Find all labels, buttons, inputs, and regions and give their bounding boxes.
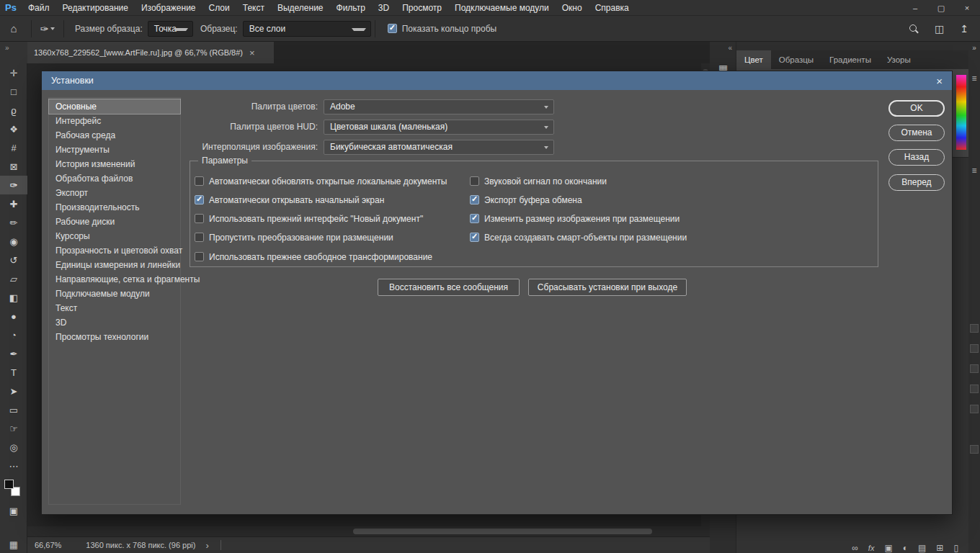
next-button[interactable]: Вперед xyxy=(888,174,945,191)
pref-file-handling[interactable]: Обработка файлов xyxy=(49,171,180,186)
collapsed-panel-icon[interactable] xyxy=(970,405,979,413)
pref-export[interactable]: Экспорт xyxy=(49,186,180,200)
tab-color[interactable]: Цвет xyxy=(736,50,771,69)
pref-transparency-gamut[interactable]: Прозрачность и цветовой охват xyxy=(49,243,180,258)
edit-toolbar-icon[interactable]: ⋯ xyxy=(0,457,27,475)
quick-selection-tool[interactable]: ❖ xyxy=(0,120,27,138)
tab-gradients[interactable]: Градиенты xyxy=(821,50,879,69)
collapsed-panel-icon[interactable] xyxy=(970,364,979,373)
crop-tool[interactable]: # xyxy=(0,138,27,157)
current-tool-icon[interactable]: ✑ xyxy=(35,23,60,35)
panel-menu-icon[interactable]: ≡ xyxy=(968,73,980,84)
show-sampling-ring-checkbox[interactable] xyxy=(388,24,397,33)
pref-guides-grid-slices[interactable]: Направляющие, сетка и фрагменты xyxy=(49,272,180,287)
dodge-tool[interactable]: ◔ xyxy=(0,325,27,344)
type-tool[interactable]: T xyxy=(0,363,27,382)
reset-preferences-button[interactable]: Сбрасывать установки при выходе xyxy=(528,279,687,296)
ok-button[interactable]: OK xyxy=(888,100,945,117)
pref-plugins[interactable]: Подключаемые модули xyxy=(49,287,180,301)
pref-type[interactable]: Текст xyxy=(49,301,180,315)
color-swatches[interactable] xyxy=(0,477,27,501)
menu-3d[interactable]: 3D xyxy=(372,0,396,16)
image-interpolation-dropdown[interactable]: Бикубическая автоматическая xyxy=(324,140,554,155)
pref-history-log[interactable]: История изменений xyxy=(49,157,180,171)
menu-layers[interactable]: Слои xyxy=(202,0,236,16)
clone-stamp-tool[interactable]: ◉ xyxy=(0,232,27,251)
tab-close-icon[interactable]: × xyxy=(249,48,255,58)
cb-legacy-new-doc[interactable] xyxy=(195,214,204,223)
panel-menu-icon[interactable]: ≡ xyxy=(968,166,980,176)
cb-legacy-free-transform[interactable] xyxy=(195,252,204,261)
hud-color-picker-dropdown[interactable]: Цветовая шкала (маленькая) xyxy=(324,120,554,135)
cb-auto-update-docs[interactable] xyxy=(195,176,204,186)
quick-mask-icon[interactable]: ▣ xyxy=(0,501,27,520)
toolbar-collapse[interactable]: » xyxy=(0,42,27,63)
move-tool[interactable]: ✛ xyxy=(0,63,27,82)
color-picker-dropdown[interactable]: Adobe xyxy=(324,99,554,114)
menu-image[interactable]: Изображение xyxy=(135,0,202,16)
menu-select[interactable]: Выделение xyxy=(271,0,330,16)
menu-type[interactable]: Текст xyxy=(236,0,271,16)
dialog-title-bar[interactable]: Установки × xyxy=(42,71,952,90)
status-chevron-icon[interactable]: › xyxy=(205,540,208,551)
sample-size-dropdown[interactable]: Точка xyxy=(148,21,193,37)
search-icon[interactable] xyxy=(909,24,919,34)
path-selection-tool[interactable]: ➤ xyxy=(0,382,27,400)
cb-skip-transform-on-place[interactable] xyxy=(195,233,204,242)
color-spectrum-ramp[interactable] xyxy=(956,75,966,150)
pref-units-rulers[interactable]: Единицы измерения и линейки xyxy=(49,258,180,272)
dialog-close-icon[interactable]: × xyxy=(936,75,943,87)
menu-file[interactable]: Файл xyxy=(22,0,56,16)
collapsed-panel-icon[interactable] xyxy=(970,385,979,393)
healing-brush-tool[interactable]: ✚ xyxy=(0,194,27,213)
workspace-layout-icon[interactable]: ◫ xyxy=(935,23,944,35)
pref-scratch-disks[interactable]: Рабочие диски xyxy=(49,215,180,229)
menu-plugins[interactable]: Подключаемые модули xyxy=(448,0,556,16)
group-icon[interactable]: ▤ xyxy=(918,543,926,553)
reset-warnings-button[interactable]: Восстановить все сообщения xyxy=(378,279,520,296)
eyedropper-tool[interactable]: ✑ xyxy=(0,176,27,194)
collapsed-panel-icon[interactable] xyxy=(970,324,979,333)
rectangle-tool[interactable]: ▭ xyxy=(0,400,27,419)
history-brush-tool[interactable]: ↺ xyxy=(0,251,27,269)
share-icon[interactable]: ↥ xyxy=(960,23,968,35)
cancel-button[interactable]: Отмена xyxy=(888,125,945,141)
home-icon[interactable]: ⌂ xyxy=(0,22,27,35)
expand-panels-icon[interactable]: » xyxy=(968,44,980,52)
tab-swatches[interactable]: Образцы xyxy=(771,50,821,69)
hand-tool[interactable]: ☞ xyxy=(0,419,27,438)
menu-help[interactable]: Справка xyxy=(589,0,636,16)
pref-3d[interactable]: 3D xyxy=(49,315,180,330)
menu-filter[interactable]: Фильтр xyxy=(330,0,372,16)
fx-icon[interactable]: fx xyxy=(868,544,875,552)
menu-window[interactable]: Окно xyxy=(556,0,589,16)
foreground-color-swatch[interactable] xyxy=(4,480,14,489)
cb-beep-when-done[interactable] xyxy=(470,176,479,186)
minimize-button[interactable]: – xyxy=(902,0,928,16)
new-layer-icon[interactable]: ⊞ xyxy=(936,543,943,553)
eraser-tool[interactable]: ▱ xyxy=(0,269,27,288)
tab-patterns[interactable]: Узоры xyxy=(879,50,919,69)
link-icon[interactable]: ∞ xyxy=(852,543,858,553)
pref-technology-previews[interactable]: Просмотры технологии xyxy=(49,330,180,344)
maximize-button[interactable]: ▢ xyxy=(928,0,954,16)
cb-always-smart-objects[interactable] xyxy=(470,233,479,242)
gradient-tool[interactable]: ◧ xyxy=(0,288,27,307)
blur-tool[interactable]: ● xyxy=(0,307,27,325)
collapsed-panel-icon[interactable] xyxy=(970,344,979,353)
horizontal-scrollbar-thumb[interactable] xyxy=(353,529,652,534)
cb-auto-show-home[interactable] xyxy=(195,195,204,204)
document-tab[interactable]: 1360x768_229562_[www.ArtFile.ru].jpg @ 6… xyxy=(27,42,274,63)
menu-edit[interactable]: Редактирование xyxy=(56,0,135,16)
sample-layers-dropdown[interactable]: Все слои xyxy=(243,21,371,37)
photoshop-logo[interactable]: Ps xyxy=(0,2,22,13)
marquee-tool[interactable]: □ xyxy=(0,82,27,101)
brush-tool[interactable]: ✏ xyxy=(0,213,27,232)
trash-icon[interactable]: ▯ xyxy=(953,543,958,553)
lasso-tool[interactable]: ϱ xyxy=(0,101,27,120)
zoom-tool[interactable]: ◎ xyxy=(0,438,27,457)
mask-icon[interactable]: ▣ xyxy=(884,543,892,553)
close-button[interactable]: × xyxy=(954,0,980,16)
collapsed-panel-icon[interactable] xyxy=(970,445,979,454)
cb-export-clipboard[interactable] xyxy=(470,195,479,204)
